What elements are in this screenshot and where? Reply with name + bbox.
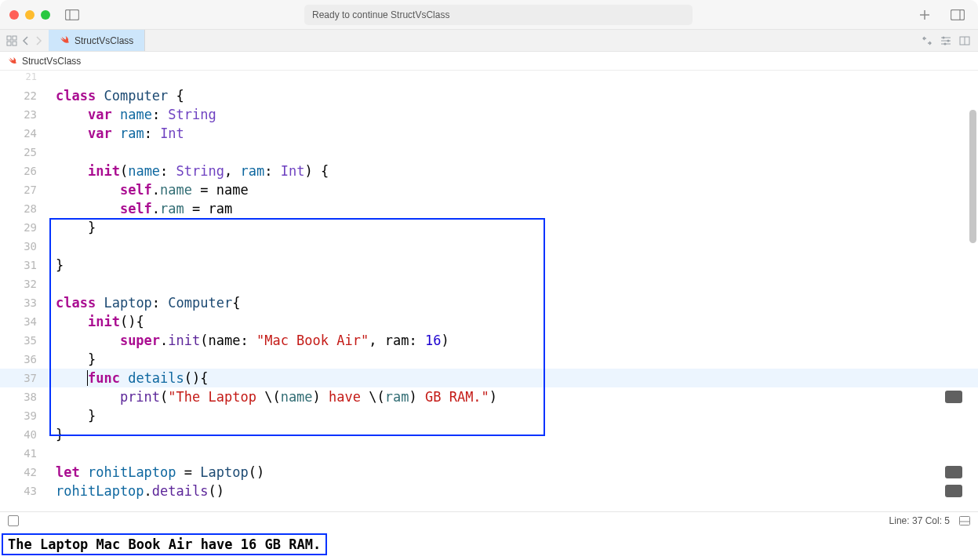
console-area: The Laptop Mac Book Air have 16 GB RAM. — [0, 529, 978, 560]
line-number: 25 — [0, 143, 43, 162]
nav-forward-icon[interactable] — [35, 36, 42, 45]
inline-result-icon[interactable] — [945, 485, 962, 497]
nav-back-icon[interactable] — [22, 36, 30, 45]
svg-rect-18 — [960, 516, 970, 525]
svg-rect-8 — [7, 42, 11, 45]
related-items-icon[interactable] — [6, 35, 17, 46]
line-number: 31 — [0, 256, 43, 275]
svg-point-13 — [943, 36, 945, 38]
line-number: 29 — [0, 218, 43, 237]
line-number: 33 — [0, 293, 43, 312]
cursor-position: Line: 37 Col: 5 — [889, 515, 950, 526]
line-number: 28 — [0, 199, 43, 218]
line-number: 26 — [0, 162, 43, 180]
inline-result-icon[interactable] — [945, 391, 962, 403]
svg-point-15 — [944, 42, 947, 45]
counterpart-icon[interactable] — [922, 36, 933, 45]
add-editor-icon[interactable] — [959, 36, 970, 45]
adjust-editor-icon[interactable] — [940, 36, 951, 45]
status-bar: Line: 37 Col: 5 — [0, 511, 978, 529]
activity-title-text: Ready to continue StructVsClass — [312, 9, 449, 20]
line-number: 37 — [0, 369, 43, 387]
minimize-window-button[interactable] — [25, 10, 35, 20]
toggle-right-panel-button[interactable] — [947, 5, 969, 24]
code-editor[interactable]: 21 22class Computer { 23 var name: Strin… — [0, 71, 978, 511]
line-number: 27 — [0, 180, 43, 199]
tab-label: StructVsClass — [75, 35, 133, 46]
close-window-button[interactable] — [9, 10, 19, 20]
line-number: 34 — [0, 312, 43, 331]
line-number: 40 — [0, 425, 43, 444]
activity-title: Ready to continue StructVsClass — [304, 5, 693, 25]
svg-rect-9 — [13, 42, 16, 45]
toggle-console-icon[interactable] — [959, 516, 970, 525]
line-number: 35 — [0, 331, 43, 350]
svg-rect-6 — [7, 36, 11, 40]
line-number: 23 — [0, 105, 43, 124]
add-tab-button[interactable] — [914, 5, 936, 24]
line-number: 22 — [0, 86, 43, 105]
line-number: 32 — [0, 275, 43, 293]
swift-icon — [8, 56, 17, 66]
line-number: 38 — [0, 387, 43, 406]
line-number: 30 — [0, 237, 43, 256]
line-number: 41 — [0, 444, 43, 463]
toggle-left-panel-button[interactable] — [61, 5, 83, 24]
svg-rect-0 — [66, 9, 79, 20]
zoom-window-button[interactable] — [41, 10, 50, 20]
debug-toggle-icon[interactable] — [8, 515, 19, 526]
svg-point-14 — [947, 39, 950, 42]
file-tab[interactable]: StructVsClass — [49, 30, 145, 51]
line-number: 43 — [0, 482, 43, 500]
line-number: 24 — [0, 124, 43, 143]
inline-result-icon[interactable] — [945, 466, 962, 478]
line-number: 21 — [0, 71, 43, 86]
line-number: 36 — [0, 350, 43, 369]
breadcrumb-label: StructVsClass — [22, 56, 81, 67]
svg-rect-4 — [951, 9, 965, 20]
svg-rect-7 — [13, 36, 16, 40]
titlebar: Ready to continue StructVsClass — [0, 0, 978, 30]
breadcrumb[interactable]: StructVsClass — [0, 52, 978, 71]
console-output: The Laptop Mac Book Air have 16 GB RAM. — [2, 533, 327, 555]
line-number: 39 — [0, 406, 43, 425]
tab-bar: StructVsClass — [0, 30, 978, 52]
window-controls — [9, 10, 50, 20]
result-sidebar — [923, 71, 978, 511]
swift-icon — [60, 35, 70, 45]
line-number: 42 — [0, 463, 43, 482]
